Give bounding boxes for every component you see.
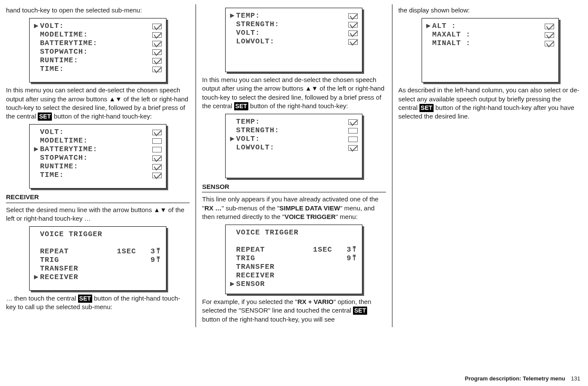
checkbox-checked-icon — [348, 13, 358, 19]
checkbox-checked-icon — [152, 32, 162, 38]
col3-para7: As described in the left-hand column, yo… — [398, 86, 582, 121]
checkbox-checked-icon — [152, 164, 162, 170]
checkbox-empty-icon — [348, 137, 358, 142]
pointer-icon: ▶ — [230, 11, 236, 21]
col2-p6a: For example, if you selected the " — [202, 298, 297, 305]
checkbox-checked-icon — [348, 30, 358, 36]
lcd-row: TIME: — [34, 171, 162, 179]
footer-title: Program description: Telemetry menu — [465, 375, 565, 382]
set-badge: SET — [353, 307, 367, 315]
lcd-row: ▶RECEIVER — [34, 273, 162, 282]
pointer-icon: ▶ — [34, 273, 40, 283]
col3-intro: the display shown below: — [398, 6, 582, 15]
lcd-row: MODELTIME: — [34, 30, 162, 39]
lcd-row: ▶BATTERYTIME: — [34, 145, 162, 154]
checkbox-checked-icon — [152, 24, 162, 29]
page-footer: Program description: Telemetry menu 131 — [465, 375, 580, 383]
checkbox-empty-icon — [348, 128, 358, 134]
receiver-text: Select the desired menu line with the ar… — [6, 206, 190, 223]
lcd-label: TIME: — [40, 64, 151, 74]
lcd-row: TRIG 9⤒ — [34, 256, 162, 264]
col1-intro: hand touch-key to open the selected sub-… — [6, 6, 190, 15]
col2-para4b: button of the right-hand touch-key: — [248, 102, 348, 109]
set-badge: SET — [234, 102, 248, 110]
col2-para4: In this menu you can select and de-selec… — [202, 76, 386, 110]
set-badge: SET — [38, 112, 52, 121]
lcd-screen-7: ▶ALT :MAXALT :MINALT : — [422, 18, 559, 82]
lcd-row: ▶SENSOR — [230, 280, 358, 289]
checkbox-checked-icon — [152, 67, 162, 72]
lcd-row: MODELTIME: — [34, 137, 162, 145]
checkbox-checked-icon — [348, 22, 358, 27]
lcd-screen-6: VOICE TRIGGER REPEAT1SEC 3⤒TRIG 9⤒TRANSF… — [225, 225, 362, 294]
sensor-b3: VOICE TRIGGER — [284, 213, 335, 220]
pointer-icon: ▶ — [34, 21, 40, 31]
lcd-row: TRANSFER — [34, 264, 162, 273]
lcd-row: LOWVOLT: — [230, 143, 358, 152]
checkbox-checked-icon — [348, 39, 358, 45]
column-1: hand touch-key to open the selected sub-… — [6, 4, 196, 327]
lcd-row: ▶VOLT: — [230, 135, 358, 143]
sensor-b1: RX … — [205, 204, 222, 212]
lcd-screen-3: VOICE TRIGGER REPEAT1SEC 3⤒TRIG 9⤒TRANSF… — [29, 226, 166, 291]
lcd-row: STRENGTH: — [230, 126, 358, 135]
lcd-screen-2: VOLT:MODELTIME:▶BATTERYTIME:STOPWATCH:RU… — [29, 124, 166, 188]
lcd6-title: VOICE TRIGGER — [236, 228, 358, 238]
checkbox-checked-icon — [152, 49, 162, 55]
col1-after3: … then touch the central SET button of t… — [6, 294, 190, 312]
lcd-row: TRIG 9⤒ — [230, 254, 358, 263]
lcd-row: RECEIVER — [230, 271, 358, 280]
set-badge: SET — [419, 104, 434, 112]
lcd-row: TIME: — [34, 65, 162, 73]
col2-p6c: button of the right-hand touch-key, you … — [202, 316, 335, 323]
col1-after3a: … then touch the central — [6, 295, 78, 302]
footer-page: 131 — [571, 375, 580, 382]
checkbox-checked-icon — [152, 41, 162, 46]
lcd-screen-4: ▶TEMP:STRENGTH:VOLT:LOWVOLT: — [225, 8, 362, 72]
lcd-row: STOPWATCH: — [34, 154, 162, 162]
lcd-row: STRENGTH: — [230, 20, 358, 29]
lcd-row: MINALT : — [426, 39, 554, 48]
lcd-label: TIME: — [40, 170, 151, 180]
lcd-row: STOPWATCH: — [34, 48, 162, 56]
checkbox-empty-icon — [152, 138, 162, 144]
receiver-heading: RECEIVER — [6, 193, 190, 201]
set-badge: SET — [78, 295, 92, 303]
sensor-t4: " menu: — [336, 213, 358, 220]
sensor-b2: SIMPLE DATA VIEW — [280, 204, 340, 212]
lcd-row: VOLT: — [34, 128, 162, 137]
lcd-screen-1: ▶VOLT:MODELTIME:BATTERYTIME:STOPWATCH:RU… — [29, 18, 166, 82]
pointer-icon: ▶ — [426, 21, 432, 31]
sensor-t2: " sub-menus of the " — [222, 204, 280, 212]
col2-para6: For example, if you selected the "RX + V… — [202, 298, 386, 324]
column-2: ▶TEMP:STRENGTH:VOLT:LOWVOLT: In this men… — [196, 4, 392, 327]
lcd-label: RECEIVER — [40, 273, 162, 283]
page-columns: hand touch-key to open the selected sub-… — [6, 4, 582, 327]
lcd-screen-5: TEMP:STRENGTH:▶VOLT:LOWVOLT: — [225, 114, 362, 178]
checkbox-checked-icon — [152, 155, 162, 161]
lcd-row: TEMP: — [230, 118, 358, 126]
checkbox-empty-icon — [152, 147, 162, 152]
lcd-label: SENSOR — [236, 280, 358, 289]
lcd-row: REPEAT1SEC 3⤒ — [34, 247, 162, 256]
checkbox-checked-icon — [152, 173, 162, 178]
lcd-row: REPEAT1SEC 3⤒ — [230, 246, 358, 254]
checkbox-checked-icon — [545, 24, 554, 29]
sensor-text: This line only appears if you have alrea… — [202, 195, 386, 221]
lcd-label: MINALT : — [432, 39, 543, 49]
lcd-label: LOWVOLT: — [236, 143, 347, 153]
lcd-row: ▶ALT : — [426, 22, 554, 30]
receiver-rule — [6, 203, 190, 203]
col1-para1: In this menu you can select and de-selec… — [6, 86, 190, 121]
col1-para1b: button of the right-hand touch-key: — [52, 112, 152, 120]
lcd-row: TRANSFER — [230, 263, 358, 271]
sensor-heading: SENSOR — [202, 182, 386, 191]
pointer-icon: ▶ — [34, 145, 40, 155]
lcd-row: RUNTIME: — [34, 56, 162, 65]
column-3: the display shown below: ▶ALT :MAXALT :M… — [392, 4, 582, 327]
lcd-row: RUNTIME: — [34, 162, 162, 171]
lcd-row: MAXALT : — [426, 30, 554, 39]
checkbox-checked-icon — [152, 130, 162, 135]
sensor-rule — [202, 192, 386, 192]
pointer-icon: ▶ — [230, 134, 236, 144]
